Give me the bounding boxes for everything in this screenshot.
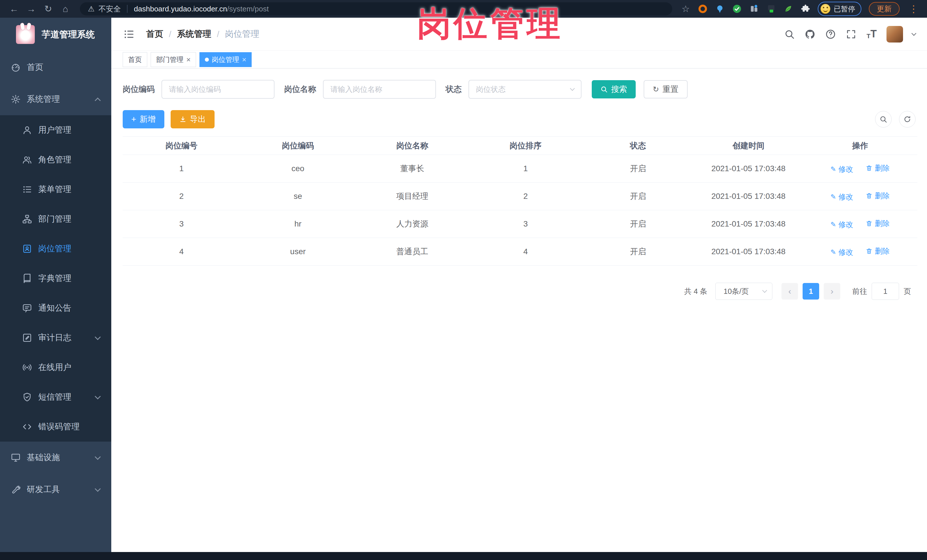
sidebar-item-error-code-management[interactable]: 错误码管理 (0, 412, 111, 442)
breadcrumb-system[interactable]: 系统管理 (177, 28, 211, 40)
prev-page-button[interactable]: ‹ (781, 283, 798, 299)
sidebar-item-menu-management[interactable]: 菜单管理 (0, 175, 111, 204)
help-icon[interactable] (825, 29, 836, 40)
extension-dark-badge-icon[interactable] (766, 4, 776, 14)
pencil-icon: ✎ (830, 220, 836, 229)
bottom-edge-strip (0, 552, 927, 560)
add-button[interactable]: + 新增 (123, 110, 164, 128)
address-bar[interactable]: ⚠ 不安全 dashboard.yudao.iocoder.cn /system… (80, 2, 672, 15)
sidebar-item-label: 部门管理 (38, 213, 71, 225)
breadcrumb-current: 岗位管理 (225, 28, 259, 40)
sidebar-item-label: 基础设施 (27, 452, 60, 463)
sidebar-item-user-management[interactable]: 用户管理 (0, 115, 111, 145)
pagination-total: 共 4 条 (684, 287, 707, 296)
post-code-input[interactable] (161, 80, 275, 99)
next-page-button[interactable]: › (824, 283, 840, 299)
font-size-icon[interactable]: TT (866, 29, 877, 40)
browser-menu-kebab-icon[interactable]: ⋮ (907, 4, 920, 14)
app-navbar: 首页 / 系统管理 / 岗位管理 TT (111, 18, 927, 51)
extension-leaf-icon[interactable] (784, 4, 793, 14)
user-avatar[interactable] (886, 26, 903, 42)
trash-icon (866, 220, 872, 227)
sidebar: 芋道管理系统 首页 系统管理 用户管理 角色管理 (0, 18, 111, 560)
sidebar-item-dev-tools[interactable]: 研发工具 (0, 473, 111, 505)
breadcrumb-separator: / (217, 29, 219, 39)
sidebar-item-role-management[interactable]: 角色管理 (0, 145, 111, 175)
export-button[interactable]: 导出 (171, 110, 214, 128)
extension-green-check-icon[interactable] (732, 4, 742, 14)
page-unit-label: 页 (904, 287, 911, 296)
tab-post-management[interactable]: 岗位管理 × (199, 52, 252, 67)
search-button[interactable]: 搜索 (592, 80, 636, 99)
page-size-select[interactable]: 10条/页 (715, 283, 772, 300)
sidebar-fold-icon[interactable] (123, 28, 135, 41)
edit-link[interactable]: ✎修改 (830, 247, 853, 257)
cell-created-time: 2021-01-05 17:03:48 (694, 247, 803, 256)
reset-button[interactable]: ↻ 重置 (644, 80, 688, 99)
goto-label: 前往 (852, 287, 867, 296)
tab-label: 部门管理 (156, 55, 184, 64)
extension-tab-manager-icon[interactable] (749, 4, 759, 14)
sidebar-item-dict-management[interactable]: 字典管理 (0, 264, 111, 293)
browser-update-button[interactable]: 更新 (869, 2, 900, 16)
search-filter-form: 岗位编码 岗位名称 状态 岗位状态 搜索 (123, 80, 917, 99)
roles-icon (22, 154, 32, 165)
sidebar-item-post-management[interactable]: 岗位管理 (0, 234, 111, 264)
sidebar-item-notice-announcement[interactable]: 通知公告 (0, 293, 111, 323)
delete-link[interactable]: 删除 (866, 163, 890, 173)
sidebar-item-online-users[interactable]: 在线用户 (0, 353, 111, 382)
sidebar-item-sms-management[interactable]: 短信管理 (0, 382, 111, 412)
browser-back-button[interactable]: ← (7, 2, 21, 16)
table-header-row: 岗位编号 岗位编码 岗位名称 岗位排序 状态 创建时间 操作 (123, 137, 917, 155)
sidebar-item-system-management[interactable]: 系统管理 (0, 83, 111, 115)
delete-link[interactable]: 删除 (866, 191, 890, 201)
search-icon[interactable] (784, 29, 795, 40)
tab-home[interactable]: 首页 (123, 52, 147, 67)
filter-status: 状态 岗位状态 (446, 80, 582, 99)
edit-link[interactable]: ✎修改 (830, 220, 853, 230)
cell-post-id: 3 (123, 219, 240, 229)
goto-page-input[interactable] (872, 283, 899, 300)
sidebar-item-audit-log[interactable]: 审计日志 (0, 323, 111, 353)
main-panel: 首页 / 系统管理 / 岗位管理 TT (111, 18, 927, 560)
extensions-puzzle-icon[interactable] (801, 4, 810, 14)
edit-link[interactable]: ✎修改 (830, 164, 853, 174)
extension-orange-ring-icon[interactable] (698, 4, 708, 14)
browser-reload-button[interactable]: ↻ (41, 2, 55, 16)
column-header: 创建时间 (694, 140, 803, 151)
sidebar-item-label: 短信管理 (38, 392, 71, 403)
filter-post-name: 岗位名称 (284, 80, 436, 99)
cell-post-sort: 4 (469, 247, 582, 256)
url-host: dashboard.yudao.iocoder.cn (134, 5, 227, 14)
app-logo-row[interactable]: 芋道管理系统 (0, 18, 111, 52)
sidebar-item-infrastructure[interactable]: 基础设施 (0, 442, 111, 473)
close-icon[interactable]: × (186, 56, 191, 63)
sidebar-item-label: 研发工具 (27, 484, 60, 495)
sidebar-item-home[interactable]: 首页 (0, 52, 111, 83)
sidebar-item-dept-management[interactable]: 部门管理 (0, 204, 111, 234)
breadcrumb-home[interactable]: 首页 (146, 28, 163, 40)
extension-blue-pin-icon[interactable] (715, 4, 725, 14)
close-icon[interactable]: × (242, 56, 246, 63)
browser-forward-button[interactable]: → (24, 2, 38, 16)
tab-dept-management[interactable]: 部门管理 × (150, 52, 196, 67)
bookmark-star-icon[interactable]: ☆ (681, 4, 690, 14)
delete-link[interactable]: 删除 (866, 219, 890, 229)
pencil-icon: ✎ (830, 248, 836, 256)
fullscreen-icon[interactable] (845, 29, 857, 40)
cell-post-id: 4 (123, 247, 240, 256)
cell-post-name: 普通员工 (356, 246, 469, 257)
edit-link[interactable]: ✎修改 (830, 192, 853, 202)
current-page-button[interactable]: 1 (802, 283, 819, 299)
cell-post-sort: 3 (469, 219, 582, 229)
github-icon[interactable] (804, 29, 816, 40)
toggle-search-button[interactable] (875, 111, 892, 127)
not-secure-label[interactable]: 不安全 (99, 4, 121, 14)
profile-sync-paused-chip[interactable]: 已暂停 (818, 2, 862, 16)
delete-link[interactable]: 删除 (866, 246, 890, 256)
browser-home-button[interactable]: ⌂ (58, 2, 73, 16)
refresh-table-button[interactable] (899, 111, 916, 127)
post-name-input[interactable] (323, 80, 436, 99)
chevron-down-icon[interactable] (912, 31, 916, 36)
status-select[interactable]: 岗位状态 (468, 80, 582, 99)
